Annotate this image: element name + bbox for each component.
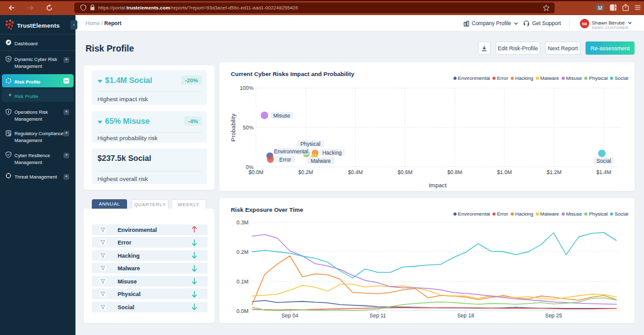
svg-text:$0.6M: $0.6M: [397, 169, 413, 175]
svg-text:Sep 18: Sep 18: [457, 312, 474, 319]
svg-text:Environmental: Environmental: [274, 148, 308, 155]
svg-text:0.1M: 0.1M: [236, 278, 248, 285]
svg-text:Sep 25: Sep 25: [545, 312, 562, 319]
svg-text:Misuse: Misuse: [274, 113, 291, 119]
svg-text:Sep 04: Sep 04: [281, 312, 298, 319]
svg-text:Malware: Malware: [311, 158, 331, 164]
svg-text:Impact: Impact: [429, 182, 447, 189]
svg-text:S: S: [7, 57, 9, 60]
svg-text:0.2M: 0.2M: [236, 249, 248, 255]
svg-text:Sep 11: Sep 11: [370, 312, 387, 319]
svg-text:0.0M: 0.0M: [236, 308, 248, 314]
svg-text:Social: Social: [596, 158, 611, 164]
svg-text:$1.0M: $1.0M: [497, 169, 512, 175]
svg-text:$0.0M: $0.0M: [248, 169, 264, 175]
svg-text:100%: 100%: [240, 85, 253, 91]
svg-text:$1.4M: $1.4M: [596, 169, 611, 175]
svg-text:Hacking: Hacking: [323, 150, 342, 156]
svg-text:50%: 50%: [243, 124, 253, 131]
svg-text:Error: Error: [279, 157, 291, 163]
svg-text:Physical: Physical: [301, 141, 321, 147]
svg-text:0.3M: 0.3M: [236, 219, 248, 226]
svg-text:$0.2M: $0.2M: [298, 169, 313, 175]
svg-text:Probability: Probability: [230, 114, 236, 142]
svg-text:$0.4M: $0.4M: [348, 169, 363, 175]
svg-text:$1.2M: $1.2M: [547, 169, 562, 175]
svg-text:$0.8M: $0.8M: [447, 169, 462, 175]
